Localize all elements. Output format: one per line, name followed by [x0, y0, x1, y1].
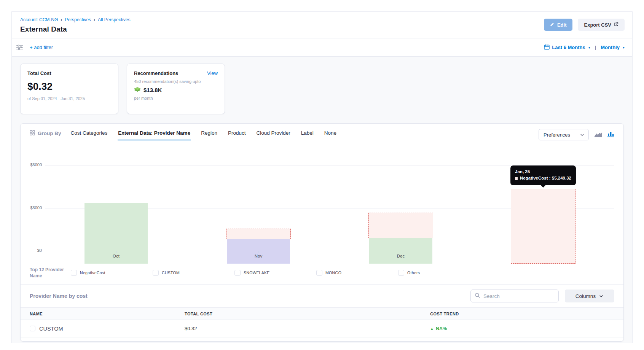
- summary-cards: Total Cost $0.32 of Sep 01, 2024 - Jan 3…: [20, 64, 624, 114]
- x-axis-tick: [401, 251, 401, 253]
- group-by-tab[interactable]: Cost Categories: [70, 129, 108, 140]
- bar-segment-negativecost[interactable]: [226, 229, 291, 240]
- app-root: Account: CCM-NG › Perspectives › All Per…: [11, 11, 633, 343]
- group-by-tab[interactable]: None: [324, 129, 337, 140]
- legend-swatch-icon: [153, 270, 159, 276]
- legend-label: MONGO: [325, 270, 341, 275]
- preferences-dropdown[interactable]: Preferences: [539, 129, 589, 140]
- legend-item-negativecost[interactable]: NegativeCost: [71, 270, 153, 276]
- search-input[interactable]: [483, 293, 555, 299]
- edit-button[interactable]: Edit: [544, 19, 573, 31]
- bar-chart-toggle-icon[interactable]: [607, 131, 614, 139]
- group-by-tab[interactable]: Cloud Provider: [256, 129, 290, 140]
- bar-segment-negativecost[interactable]: [511, 189, 575, 264]
- chevron-down-icon: [599, 294, 604, 299]
- area-chart-toggle-icon[interactable]: [594, 131, 602, 139]
- page-title: External Data: [20, 25, 130, 33]
- x-axis-label: Dec: [397, 254, 405, 258]
- y-axis-label: $3000: [27, 205, 42, 210]
- tooltip-arrow: [540, 185, 546, 188]
- pencil-icon: [550, 22, 555, 28]
- legend-swatch-icon: [398, 270, 404, 276]
- breadcrumb-separator-icon: ›: [61, 17, 62, 22]
- columns-button-label: Columns: [575, 293, 596, 299]
- legend-label: CUSTOM: [162, 270, 180, 275]
- preferences-label: Preferences: [544, 132, 570, 138]
- x-axis-tick: [116, 251, 116, 253]
- bar-segment-negativecost[interactable]: [368, 213, 433, 238]
- table-title: Provider Name by cost: [30, 293, 88, 299]
- legend-label: Others: [407, 270, 420, 275]
- y-axis-label: $0: [27, 248, 42, 253]
- chart-plot: Jan, 25 NegativeCost : $5,249.32 $0$3000…: [45, 152, 614, 264]
- granularity-dropdown[interactable]: Monthly ▾: [601, 45, 625, 50]
- x-axis-tick: [258, 251, 259, 253]
- total-cost-value: $0.32: [27, 81, 111, 92]
- breadcrumb-account[interactable]: Account: CCM-NG: [20, 17, 58, 22]
- add-filter-button[interactable]: + add filter: [30, 45, 53, 50]
- row-total-cost: $0.32: [185, 326, 430, 331]
- chevron-down-icon: [580, 132, 585, 137]
- y-axis-label: $6000: [27, 162, 42, 167]
- cost-chart: Jan, 25 NegativeCost : $5,249.32 $0$3000…: [21, 152, 623, 264]
- breadcrumb-all-perspectives[interactable]: All Perspectives: [98, 17, 130, 22]
- group-by-tab[interactable]: Region: [201, 129, 218, 140]
- legend-item-others[interactable]: Others: [398, 270, 480, 276]
- recommendations-label: Recommendations: [134, 70, 178, 76]
- group-by-tab[interactable]: Product: [228, 129, 246, 140]
- group-by-tab[interactable]: Label: [301, 129, 314, 140]
- column-header-name: NAME: [30, 312, 185, 316]
- external-link-icon: [614, 22, 618, 28]
- legend-items: NegativeCostCUSTOMSNOWFLAKEMONGOOthers: [71, 270, 614, 276]
- legend-label: SNOWFLAKE: [244, 270, 270, 275]
- provider-name: CUSTOM: [39, 326, 63, 332]
- filter-sliders-icon[interactable]: [16, 45, 23, 50]
- tooltip-title: Jan, 25: [515, 169, 571, 175]
- recommendations-summary: 450 recommendation(s) saving upto: [134, 79, 218, 84]
- column-header-total-cost: TOTAL COST: [185, 312, 430, 316]
- header-left: Account: CCM-NG › Perspectives › All Per…: [20, 17, 130, 33]
- granularity-label: Monthly: [601, 45, 620, 50]
- total-cost-period: of Sep 01, 2024 - Jan 31, 2025: [27, 96, 111, 101]
- legend-item-custom[interactable]: CUSTOM: [153, 270, 234, 276]
- total-cost-label: Total Cost: [27, 70, 111, 76]
- legend-swatch-icon: [316, 270, 322, 276]
- x-axis-label: Nov: [255, 254, 262, 258]
- perspective-chart-card: Group By Cost CategoriesExternal Data: P…: [20, 123, 624, 342]
- legend-item-snowflake[interactable]: SNOWFLAKE: [234, 270, 316, 276]
- caret-down-icon: ▾: [588, 45, 590, 49]
- filter-bar: + add filter Last 6 Months ▾ | Monthly ▾: [12, 38, 632, 57]
- legend-item-mongo[interactable]: MONGO: [316, 270, 398, 276]
- recommendations-period: per month: [134, 96, 218, 100]
- columns-button[interactable]: Columns: [565, 290, 614, 302]
- trend-up-icon: ▲: [430, 327, 434, 331]
- tooltip-text: NegativeCost : $5,249.32: [520, 175, 571, 182]
- group-by-tab[interactable]: External Data: Provider Name: [118, 129, 191, 140]
- search-box: [470, 290, 559, 302]
- page-header: Account: CCM-NG › Perspectives › All Per…: [12, 12, 632, 38]
- group-by-label: Group By: [30, 129, 61, 137]
- header-actions: Edit Export CSV: [544, 19, 625, 31]
- time-range-dropdown[interactable]: Last 6 Months ▾: [544, 44, 590, 51]
- caret-down-icon: ▾: [623, 45, 625, 49]
- legend-swatch-icon: [71, 270, 77, 276]
- provider-table-section: Provider Name by cost Columns: [21, 284, 623, 337]
- chart-tooltip: Jan, 25 NegativeCost : $5,249.32: [510, 165, 576, 186]
- recommendations-savings: $13.8K: [143, 87, 162, 93]
- breadcrumb-perspectives[interactable]: Perspectives: [65, 17, 91, 22]
- legend-swatch-icon: [234, 270, 241, 276]
- breadcrumb: Account: CCM-NG › Perspectives › All Per…: [20, 17, 130, 22]
- export-csv-label: Export CSV: [584, 22, 611, 28]
- legend-label: NegativeCost: [80, 270, 105, 275]
- view-recommendations-link[interactable]: View: [207, 70, 218, 76]
- table-row[interactable]: CUSTOM $0.32 ▲ NA%: [21, 320, 623, 337]
- provider-color-swatch: [30, 326, 35, 331]
- column-header-cost-trend: COST TREND: [430, 312, 614, 316]
- group-by-row: Group By Cost CategoriesExternal Data: P…: [21, 124, 623, 141]
- grid-icon: [30, 130, 35, 137]
- time-range-label: Last 6 Months: [552, 45, 585, 50]
- recommendations-card: Recommendations View 450 recommendation(…: [127, 64, 225, 114]
- x-axis-label: Oct: [113, 254, 120, 258]
- chart-legend: Top 12 Provider Name NegativeCostCUSTOMS…: [21, 264, 623, 279]
- export-csv-button[interactable]: Export CSV: [578, 19, 625, 31]
